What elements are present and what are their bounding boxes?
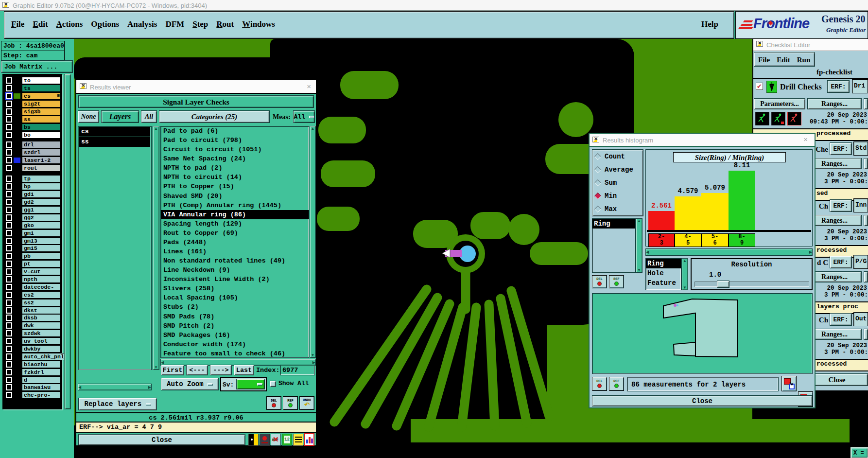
layer-name-label[interactable]: laser1-2	[22, 157, 61, 164]
erf-button[interactable]: ERF:	[830, 256, 852, 268]
layer-color-swatch[interactable]	[14, 165, 20, 171]
layer-color-swatch[interactable]	[14, 246, 20, 251]
layer-row-dwk[interactable]: dwk	[3, 322, 62, 330]
category-item[interactable]: VIA Annular ring (86)	[161, 210, 309, 219]
histogram-layer-item-ring[interactable]: Ring	[592, 219, 635, 229]
layer-checkbox-sig3b[interactable]	[6, 108, 12, 115]
layer-name-label[interactable]: ts	[22, 85, 61, 92]
layer-color-swatch[interactable]	[14, 238, 20, 244]
checklist-titlebar[interactable]: Checklist Editor	[753, 38, 868, 51]
measure-list[interactable]: RingHoleFeature	[645, 258, 681, 290]
layer-name-label[interactable]: to	[22, 77, 61, 84]
category-item[interactable]: Inconsistent Line Width (2)	[161, 275, 309, 284]
layer-color-swatch[interactable]	[14, 370, 20, 375]
layer-row-laser1-2[interactable]: laser1-2	[3, 157, 62, 164]
layer-color-swatch[interactable]	[14, 117, 20, 122]
layer-checkbox-gm15[interactable]	[6, 245, 12, 251]
checklist-menu-edit[interactable]: Edit	[777, 56, 790, 64]
undo-button[interactable]: UNDO↶	[299, 396, 314, 410]
layer-checkbox-gd2[interactable]	[6, 199, 12, 205]
ranges-button[interactable]: Ranges...	[807, 98, 862, 109]
layer-name-label[interactable]: fzkdrl	[22, 369, 61, 376]
layer-row-auto_chk_pnl[interactable]: auto_chk_pnl	[3, 352, 62, 360]
histogram-icon-button[interactable]	[304, 433, 314, 446]
layer-name-label[interactable]: bo	[22, 131, 61, 139]
stat-radio-count[interactable]: Count	[592, 150, 643, 163]
menu-analysis[interactable]: Analysis	[127, 19, 157, 29]
layer-row-pt[interactable]: pt	[3, 260, 62, 268]
layer-name-label[interactable]: gm13	[22, 237, 61, 245]
rv-layer-scrollbar-v[interactable]: ▲▼	[153, 126, 159, 370]
layer-row-gg1[interactable]: gg1	[3, 206, 62, 214]
layer-color-swatch[interactable]	[14, 331, 20, 336]
layer-checkbox-sig2t[interactable]	[6, 101, 12, 107]
layer-row-ss[interactable]: ss	[3, 115, 62, 123]
layer-row-tp[interactable]: tp	[3, 175, 62, 183]
layer-row-dksb[interactable]: dksb	[3, 314, 62, 322]
layer-row-pb[interactable]: pb	[3, 252, 62, 260]
first-button[interactable]: First	[161, 365, 184, 375]
layer-row-bo[interactable]: bo	[3, 131, 62, 139]
category-item[interactable]: Conductor width (174)	[161, 340, 309, 349]
layer-name-label[interactable]: v-cut	[22, 268, 61, 275]
layer-name-label[interactable]: gm15	[22, 245, 61, 252]
layer-checkbox-auto_chk_pnl[interactable]	[6, 353, 12, 360]
category-item[interactable]: PTH (Comp) Annular ring (1445)	[161, 201, 309, 210]
layer-row-gg2[interactable]: gg2	[3, 213, 62, 221]
layer-name-label[interactable]: gko	[22, 222, 61, 229]
cut-button[interactable]	[864, 271, 868, 282]
layer-color-swatch[interactable]	[14, 184, 20, 189]
checklist-menu-run[interactable]: Run	[797, 56, 811, 64]
category-item[interactable]: Local Spacing (105)	[161, 293, 309, 302]
resolution-slider-thumb[interactable]	[717, 281, 729, 288]
layer-row-szdwk[interactable]: szdwk	[3, 330, 62, 337]
auto-zoom-dropdown[interactable]: Auto Zoom	[161, 378, 219, 390]
histogram-layer-list[interactable]: Ring	[592, 218, 636, 273]
layer-color-swatch[interactable]	[14, 207, 20, 212]
category-item[interactable]: Same Net Spacing (24)	[161, 154, 309, 163]
notes-icon-button[interactable]	[293, 434, 303, 446]
layer-row-ts[interactable]: ts	[3, 85, 62, 92]
layers-button[interactable]: Layers	[101, 110, 139, 123]
category-item[interactable]: Rout to Copper (69)	[161, 229, 309, 238]
layer-row-che-pro-out[interactable]: che-pro-out	[3, 391, 62, 399]
preview-ref-button[interactable]: REF	[609, 377, 624, 391]
layer-checkbox-gko[interactable]	[6, 222, 12, 229]
category-item[interactable]: Spacing length (129)	[161, 219, 309, 229]
mark-icon-button[interactable]	[260, 434, 270, 446]
layer-checkbox-v-cut[interactable]	[6, 268, 12, 275]
layer-row-sig3b[interactable]: sig3b	[3, 108, 62, 116]
parameters-button[interactable]: Parameters...	[754, 98, 805, 109]
stat-radio-min[interactable]: Min	[592, 189, 643, 202]
category-item[interactable]: Stubs (2)	[161, 302, 309, 312]
layer-color-swatch[interactable]	[14, 109, 20, 114]
layer-color-swatch[interactable]	[14, 192, 20, 197]
layer-color-swatch[interactable]	[14, 150, 20, 155]
close-icon[interactable]: ×	[803, 136, 808, 143]
resolution-slider-track[interactable]	[694, 282, 809, 287]
erf-button[interactable]: ERF:	[830, 313, 852, 326]
category-item[interactable]: SMD Pitch (2)	[161, 321, 309, 331]
export-icon-button[interactable]: ↘	[781, 376, 797, 391]
layer-color-swatch[interactable]	[14, 158, 20, 163]
chart-scrollbar-h[interactable]: ◀▶	[645, 248, 813, 256]
menu-dfm[interactable]: DFM	[165, 19, 184, 29]
layer-name-label[interactable]: dwkby	[22, 345, 61, 352]
category-list[interactable]: Pad to pad (6)Pad to circuit (798)Circui…	[160, 126, 309, 358]
all-button[interactable]: All	[141, 110, 157, 123]
erf-button[interactable]: ERF:	[830, 142, 852, 155]
exit-icon-button[interactable]	[248, 434, 259, 446]
layer-checkbox-laser1-2[interactable]	[6, 157, 12, 163]
layer-row-cs[interactable]: cs⊞	[3, 92, 62, 100]
close-icon[interactable]: ×	[307, 83, 311, 90]
erf-button[interactable]: ERF:	[827, 80, 850, 93]
job-matrix-button[interactable]: Job Matrix ...	[1, 60, 73, 73]
layer-name-label[interactable]: dwk	[22, 322, 61, 329]
layer-checkbox-tp[interactable]	[6, 176, 12, 182]
layer-name-label[interactable]: gg1	[22, 206, 61, 213]
layer-row-datecode-pt[interactable]: datecode-pt	[3, 283, 62, 291]
layer-checkbox-cs[interactable]	[6, 93, 12, 99]
layer-color-swatch[interactable]	[14, 93, 20, 99]
results-viewer-titlebar[interactable]: Results viewer ×	[76, 80, 316, 94]
layer-name-label[interactable]: pb	[22, 252, 61, 260]
